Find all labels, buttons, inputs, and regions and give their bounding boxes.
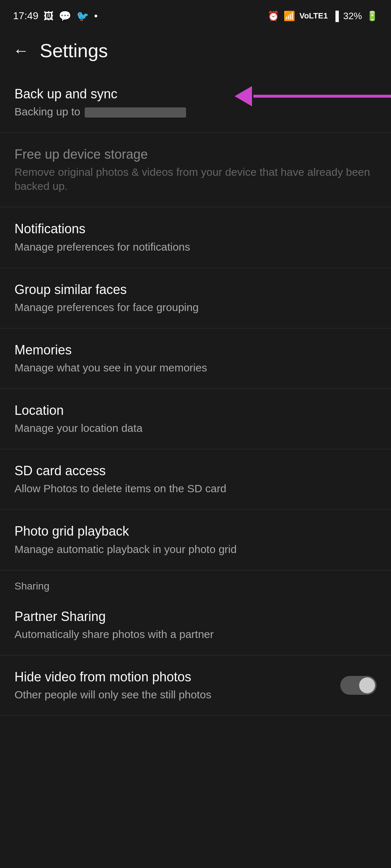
settings-item-backup[interactable]: Back up and sync Backing up to xyxy=(0,72,391,133)
location-title: Location xyxy=(14,403,377,418)
partner-sharing-title: Partner Sharing xyxy=(14,609,377,624)
alarm-icon: ⏰ xyxy=(268,10,279,22)
sd-card-subtitle: Allow Photos to delete items on the SD c… xyxy=(14,481,377,495)
partner-sharing-subtitle: Automatically share photos with a partne… xyxy=(14,627,377,641)
image-icon: 🖼 xyxy=(43,10,54,22)
battery-icon: 🔋 xyxy=(366,10,378,22)
signal-icon: ▐ xyxy=(332,10,339,22)
notifications-subtitle: Manage preferences for notifications xyxy=(14,240,377,254)
settings-item-partner-sharing[interactable]: Partner Sharing Automatically share phot… xyxy=(0,595,391,655)
page-title: Settings xyxy=(40,40,108,61)
sharing-section-label: Sharing xyxy=(0,570,391,595)
memories-title: Memories xyxy=(14,342,377,358)
status-right: ⏰ 📶 VoLTE1 ▐ 32% 🔋 xyxy=(268,10,378,22)
sd-card-title: SD card access xyxy=(14,463,377,478)
backup-title: Back up and sync xyxy=(14,86,377,102)
settings-item-hide-video[interactable]: Hide video from motion photos Other peop… xyxy=(0,655,391,716)
group-faces-subtitle: Manage preferences for face grouping xyxy=(14,300,377,314)
status-left: 17:49 🖼 💬 🐦 • xyxy=(13,10,98,22)
settings-item-memories[interactable]: Memories Manage what you see in your mem… xyxy=(0,328,391,389)
lte-icon: VoLTE1 xyxy=(299,11,328,21)
free-storage-subtitle: Remove original photos & videos from you… xyxy=(14,165,377,193)
back-button[interactable]: ← xyxy=(13,43,29,59)
settings-item-notifications[interactable]: Notifications Manage preferences for not… xyxy=(0,207,391,268)
backup-subtitle: Backing up to xyxy=(14,105,377,119)
settings-item-location[interactable]: Location Manage your location data xyxy=(0,389,391,449)
toggle-knob xyxy=(359,677,375,693)
whatsapp-icon: 💬 xyxy=(59,10,71,22)
hide-video-title: Hide video from motion photos xyxy=(14,669,326,685)
battery-percentage: 32% xyxy=(343,10,362,22)
hide-video-subtitle: Other people will only see the still pho… xyxy=(14,688,326,702)
header: ← Settings xyxy=(0,29,391,72)
notifications-title: Notifications xyxy=(14,221,377,237)
memories-subtitle: Manage what you see in your memories xyxy=(14,361,377,375)
settings-item-sd-card[interactable]: SD card access Allow Photos to delete it… xyxy=(0,449,391,510)
settings-item-free-storage[interactable]: Free up device storage Remove original p… xyxy=(0,133,391,207)
photo-grid-subtitle: Manage automatic playback in your photo … xyxy=(14,542,377,556)
hide-video-toggle[interactable] xyxy=(340,676,377,695)
status-time: 17:49 xyxy=(13,10,38,22)
settings-item-group-faces[interactable]: Group similar faces Manage preferences f… xyxy=(0,268,391,328)
group-faces-title: Group similar faces xyxy=(14,282,377,297)
blurred-email xyxy=(85,107,186,118)
status-bar: 17:49 🖼 💬 🐦 • ⏰ 📶 VoLTE1 ▐ 32% 🔋 xyxy=(0,0,391,29)
twitter-icon: 🐦 xyxy=(76,10,89,22)
dot-icon: • xyxy=(94,10,98,22)
free-storage-title: Free up device storage xyxy=(14,146,377,162)
hide-video-toggle-container xyxy=(340,676,377,695)
location-subtitle: Manage your location data xyxy=(14,421,377,435)
settings-list: Back up and sync Backing up to Free up d… xyxy=(0,72,391,716)
photo-grid-title: Photo grid playback xyxy=(14,523,377,539)
settings-item-photo-grid[interactable]: Photo grid playback Manage automatic pla… xyxy=(0,510,391,570)
wifi-icon: 📶 xyxy=(283,10,295,22)
